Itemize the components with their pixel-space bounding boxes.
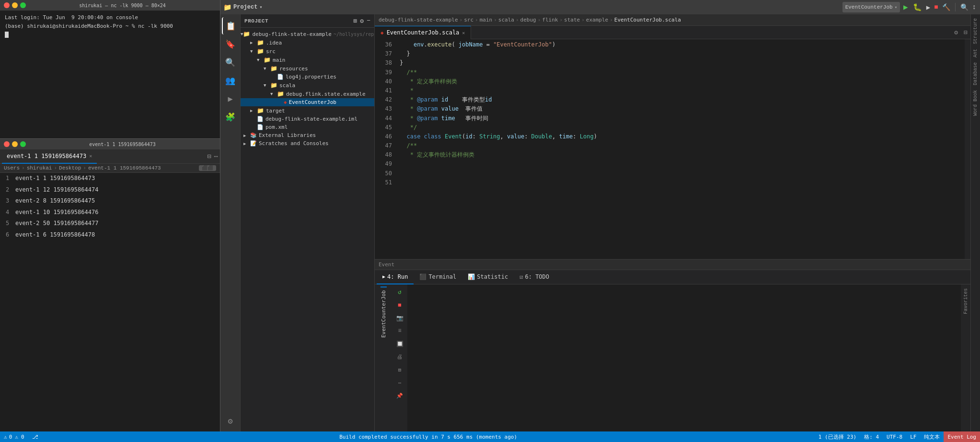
event-log-split-icon[interactable]: ⊟ — [207, 152, 211, 160]
project-dropdown-icon[interactable]: ▾ — [259, 4, 262, 10]
run-tab-todo[interactable]: ☑ 6: TODO — [514, 270, 555, 284]
sidebar-item-bookmarks[interactable]: 🔖 — [222, 35, 239, 53]
layout-icon[interactable]: ⊞ — [354, 17, 357, 25]
nc-terminal[interactable]: shirukai — nc -lk 9000 — 80×24 Last logi… — [0, 0, 220, 139]
nc-tl-green[interactable] — [20, 2, 26, 8]
left-terminal-panel: shirukai — nc -lk 9000 — 80×24 Last logi… — [0, 0, 220, 431]
run-tab-run[interactable]: ▶ 4: Run — [377, 270, 414, 284]
tree-item-package[interactable]: ▼ 📁 debug.flink.state.example — [241, 90, 374, 98]
stop-button[interactable]: ■ — [933, 3, 939, 11]
run-tab-terminal[interactable]: ⬛ Terminal — [414, 270, 462, 284]
event-list[interactable]: 1 event-1 1 1591695864473 2 event-1 12 1… — [0, 173, 220, 431]
settings-icon[interactable]: ⚙ — [951, 29, 961, 36]
run-config-tab-label[interactable]: EventCounterJob — [380, 286, 387, 340]
run-output[interactable] — [407, 284, 961, 431]
bc-state[interactable]: state — [564, 17, 580, 23]
vcs-button[interactable]: ↕ — [971, 3, 977, 11]
split-icon[interactable]: ⊟ — [961, 29, 970, 36]
bc-main[interactable]: main — [480, 17, 493, 23]
bc-src[interactable]: src — [464, 17, 473, 23]
toggle-button[interactable]: ⬛⬛ — [199, 165, 216, 171]
sidebar-item-plugins[interactable]: 🧩 — [222, 108, 239, 125]
tree-item-target[interactable]: ▶ 📁 target — [241, 106, 374, 115]
tree-item-pom[interactable]: 📄 pom.xml — [241, 123, 374, 131]
bc-flink[interactable]: flink — [542, 17, 558, 23]
tree-item-eventcounter[interactable]: ◆ EventCounterJob — [241, 98, 374, 106]
pin-button[interactable]: 📷 — [394, 312, 405, 324]
code-content[interactable]: 36 37 38 39 40 41 42 43 44 45 46 47 — [375, 39, 970, 259]
sidebar-item-settings[interactable]: ⚙ — [222, 412, 239, 430]
nc-line-3 — [5, 30, 215, 39]
nc-traffic-lights — [4, 2, 26, 8]
status-spaces[interactable]: 格: 4 — [860, 433, 883, 441]
ev-tl-green[interactable] — [20, 141, 26, 147]
status-errors[interactable]: ⚠ 0 ⚠ 0 — [0, 431, 28, 442]
tree-item-src[interactable]: ▼ 📁 src — [241, 47, 374, 56]
status-line-col[interactable]: 1 (已选择 23) — [815, 433, 860, 441]
expand-button[interactable]: ⊞ — [394, 364, 405, 375]
project-icon[interactable]: 📁 — [223, 3, 231, 11]
iml-icon: 📄 — [257, 116, 264, 122]
scroll-end-button[interactable]: ≡ — [394, 325, 405, 337]
tree-item-main[interactable]: ▼ 📁 main — [241, 56, 374, 64]
sidebar-item-project[interactable]: 📋 — [222, 17, 239, 34]
tree-item-ext-libs[interactable]: ▶ 📚 External Libraries — [241, 131, 374, 139]
pin-tab-button[interactable]: 📌 — [394, 390, 405, 401]
right-tab-1[interactable]: Favorites — [963, 286, 968, 316]
settings-run-button[interactable]: 🖨 — [394, 351, 405, 363]
event-log-tab[interactable]: event-1 1 1591695864473 ✕ — [2, 149, 97, 164]
run-tab-statistic[interactable]: 📊 Statistic — [462, 270, 514, 284]
code-lines[interactable]: env.execute( jobName = "EventCounterJob"… — [396, 39, 965, 259]
minimize-icon[interactable]: − — [367, 17, 370, 25]
tree-item-scala[interactable]: ▼ 📁 scala — [241, 81, 374, 90]
run-config-dropdown[interactable]: ▾ — [895, 5, 897, 10]
event-log-menu-icon[interactable]: ⋯ — [214, 152, 218, 160]
rerun-button[interactable]: ↺ — [394, 286, 405, 298]
database-tab[interactable]: Database — [973, 60, 978, 87]
tree-item-root[interactable]: ▼ 📁 debug-flink-state-example ~/hollysys… — [241, 30, 374, 38]
ev-tl-yellow[interactable] — [12, 141, 18, 147]
nc-tl-yellow[interactable] — [12, 2, 18, 8]
run-with-coverage-button[interactable]: ▶ — [925, 3, 931, 11]
minimap[interactable] — [965, 39, 970, 259]
nc-terminal-content[interactable]: Last login: Tue Jun 9 20:00:40 on consol… — [0, 11, 220, 138]
search-button[interactable]: 🔍 — [959, 3, 969, 11]
tab-close[interactable]: ✕ — [462, 30, 465, 35]
cog-icon[interactable]: ⚙ — [360, 17, 364, 25]
event-log-tab-close[interactable]: ✕ — [89, 153, 92, 159]
bc-debug[interactable]: debug — [520, 17, 536, 23]
sidebar-item-vcs[interactable]: 👥 — [222, 72, 239, 89]
tree-item-log4j[interactable]: 📄 log4j.properties — [241, 73, 374, 81]
ev-tl-red[interactable] — [4, 141, 10, 147]
debug-button[interactable]: 🐛 — [911, 3, 923, 12]
bc-example[interactable]: example — [586, 17, 608, 23]
sidebar-item-run[interactable]: ▶ — [222, 90, 239, 107]
word-book-tab[interactable]: Word Book — [973, 88, 978, 118]
bc-file[interactable]: EventCounterJob.scala — [614, 17, 681, 23]
nc-tl-red[interactable] — [4, 2, 10, 8]
bc-project[interactable]: debug-flink-state-example — [379, 17, 458, 23]
tree-item-scratches[interactable]: ▶ 📝 Scratches and Consoles — [241, 139, 374, 147]
status-file-type[interactable]: 纯文本 — [920, 433, 944, 441]
tree-item-iml[interactable]: 📄 debug-flink-state-example.iml — [241, 115, 374, 123]
ant-tab[interactable]: Ant — [973, 47, 978, 59]
stop-run-button[interactable]: ■ — [394, 299, 405, 311]
run-button[interactable]: ▶ — [902, 2, 910, 12]
editor-tab-active[interactable]: ◆ EventCounterJob.scala ✕ — [375, 26, 471, 39]
pkg-arrow: ▼ — [270, 91, 277, 96]
run-config-selector[interactable]: EventCounterJob ▾ — [842, 2, 900, 12]
sidebar-item-search[interactable]: 🔍 — [222, 54, 239, 71]
bc-scala[interactable]: scala — [498, 17, 514, 23]
build-button[interactable]: 🔨 — [941, 3, 951, 11]
structure-tab[interactable]: Structure — [973, 16, 978, 46]
code-line-44: * @param value 事件值 — [400, 104, 961, 113]
status-branch[interactable]: ⎇ — [28, 431, 42, 442]
status-line-ending[interactable]: LF — [906, 434, 920, 440]
status-event-log[interactable]: Event Log — [944, 431, 980, 442]
filter-button[interactable]: 🔲 — [394, 338, 405, 350]
tree-item-idea[interactable]: ▶ 📁 .idea — [241, 38, 374, 47]
more-button[interactable]: ⋯ — [394, 377, 405, 388]
status-encoding[interactable]: UTF-8 — [883, 434, 906, 440]
filetree-body[interactable]: ▼ 📁 debug-flink-state-example ~/hollysys… — [241, 28, 374, 431]
tree-item-resources[interactable]: ▼ 📁 resources — [241, 64, 374, 73]
